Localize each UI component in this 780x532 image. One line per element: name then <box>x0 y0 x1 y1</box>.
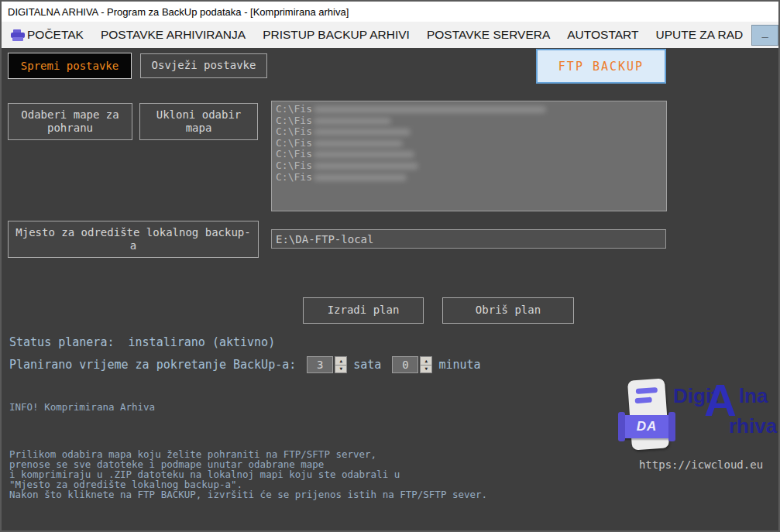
list-item[interactable]: C:\Fis <box>276 104 662 115</box>
redacted-path-blur <box>314 118 391 125</box>
schedule-label: Planirano vrijeme za pokretanje BackUp-a… <box>9 358 296 372</box>
document-text-line <box>635 397 652 404</box>
folder-list[interactable]: C:\Fis C:\Fis C:\Fis C:\Fis C:\Fis C:\Fi… <box>271 101 667 211</box>
app-icon-shape <box>12 37 23 41</box>
folder-path-prefix: C:\Fis <box>276 103 312 115</box>
folder-path-prefix: C:\Fis <box>276 160 312 171</box>
window-title: DIGITALNA ARHIVA - Program za BackUp pod… <box>8 6 349 18</box>
hours-unit-label: sata <box>353 358 381 372</box>
list-item[interactable]: C:\Fis <box>276 138 662 149</box>
chevron-down-icon: ▼ <box>425 366 428 371</box>
redacted-path-blur <box>314 163 418 170</box>
redacted-path-blur <box>314 174 407 181</box>
chevron-down-icon: ▼ <box>339 366 342 371</box>
chevron-up-icon: ▲ <box>425 359 428 363</box>
schedule-row: Planirano vrijeme za pokretanje BackUp-a… <box>9 356 481 373</box>
ftp-backup-label: FTP BACKUP <box>558 60 644 74</box>
info-title: INFO! Komprimirana Arhiva <box>9 401 155 413</box>
refresh-settings-label: Osvježi postavke <box>152 59 256 73</box>
folder-path-prefix: C:\Fis <box>276 148 312 160</box>
ribbon-badge: DA <box>619 415 675 438</box>
select-folders-label: Odaberi mape za pohranu <box>13 108 127 136</box>
create-plan-button[interactable]: Izradi plan <box>303 297 424 324</box>
minimize-icon: _ <box>762 26 768 39</box>
save-settings-button[interactable]: Spremi postavke <box>8 53 132 79</box>
delete-plan-label: Obriš plan <box>476 304 541 317</box>
info-line: Prilikom odabira mapa koju želite pohran… <box>9 449 487 459</box>
badge-text: DA <box>637 419 658 434</box>
chevron-up-icon: ▲ <box>339 359 342 363</box>
logo-art: DA Digit lna A rhiva <box>624 378 778 455</box>
window-controls: _ X <box>751 25 780 46</box>
menu-items: POČETAKPOSTAVKE ARHIVIRANJAPRISTUP BACKU… <box>19 24 751 46</box>
local-backup-destination-button[interactable]: Mjesto za odredište lokalnog backup-a <box>8 221 259 258</box>
list-item[interactable]: C:\Fis <box>276 160 662 172</box>
remove-folders-button[interactable]: Ukloni odabir mapa <box>139 103 258 140</box>
redacted-path-blur <box>314 106 546 113</box>
save-settings-label: Spremi postavke <box>21 60 119 72</box>
wordmark-part2: lna <box>739 384 768 408</box>
document-icon: DA <box>624 378 673 455</box>
menu-item[interactable]: AUTOSTART <box>558 24 647 46</box>
brand-logo: DA Digit lna A rhiva https://icwcloud.eu <box>624 378 778 471</box>
brand-url: https://icwcloud.eu <box>624 458 778 471</box>
create-plan-label: Izradi plan <box>328 304 400 317</box>
info-line: Nakon što kliknete na FTP BACKUP, izvrši… <box>9 489 487 499</box>
wordmark-line2: rhiva <box>729 414 777 438</box>
redacted-path-blur <box>314 140 403 147</box>
refresh-settings-button[interactable]: Osvježi postavke <box>140 53 267 78</box>
redacted-path-blur <box>314 129 411 136</box>
minutes-up-button[interactable]: ▲ <box>420 356 432 365</box>
menu-item[interactable]: POSTAVKE SERVERA <box>418 24 558 46</box>
redacted-path-blur <box>314 151 414 158</box>
menu-item[interactable]: UPUTE ZA RAD <box>647 24 751 46</box>
folder-path-prefix: C:\Fis <box>276 137 312 149</box>
list-item[interactable]: C:\Fis <box>276 115 662 127</box>
remove-folders-label: Ukloni odabir mapa <box>145 108 253 136</box>
menu-item[interactable]: PRISTUP BACKUP ARHIVI <box>254 24 418 46</box>
document-shape <box>627 378 669 450</box>
app-window: DIGITALNA ARHIVA - Program za BackUp pod… <box>0 0 780 532</box>
ftp-backup-button[interactable]: FTP BACKUP <box>536 49 666 84</box>
minutes-input[interactable] <box>392 356 418 373</box>
destination-path-input[interactable] <box>271 229 666 249</box>
local-backup-destination-label: Mjesto za odredište lokalnog backup-a <box>15 226 252 253</box>
title-bar: DIGITALNA ARHIVA - Program za BackUp pod… <box>2 2 778 22</box>
minutes-stepper: ▲ ▼ <box>420 356 432 373</box>
delete-plan-button[interactable]: Obriš plan <box>442 297 574 324</box>
minutes-down-button[interactable]: ▼ <box>420 365 432 374</box>
hours-down-button[interactable]: ▼ <box>335 365 347 374</box>
menu-item[interactable]: POČETAK <box>19 24 92 46</box>
info-paragraph: Prilikom odabira mapa koju želite pohran… <box>9 418 487 500</box>
list-item[interactable]: C:\Fis <box>276 172 662 184</box>
hours-up-button[interactable]: ▲ <box>335 356 347 365</box>
logo-wordmark: Digit lna A rhiva <box>673 378 777 452</box>
folder-path-prefix: C:\Fis <box>276 115 312 126</box>
folder-path-prefix: C:\Fis <box>276 171 312 183</box>
minimize-button[interactable]: _ <box>751 25 778 46</box>
document-text-line <box>636 387 658 394</box>
minutes-unit-label: minuta <box>438 358 480 372</box>
folder-path-prefix: C:\Fis <box>276 125 312 137</box>
main-content: Spremi postavke Osvježi postavke FTP BAC… <box>2 48 778 530</box>
list-item[interactable]: C:\Fis <box>276 149 662 160</box>
menu-bar: POČETAKPOSTAVKE ARHIVIRANJAPRISTUP BACKU… <box>2 22 778 48</box>
menu-item[interactable]: POSTAVKE ARHIVIRANJA <box>92 24 254 46</box>
scheduler-status-text: Status planera: instalirano (aktivno) <box>9 335 275 349</box>
select-folders-button[interactable]: Odaberi mape za pohranu <box>8 103 132 140</box>
hours-input[interactable] <box>307 356 333 373</box>
hours-stepper: ▲ ▼ <box>335 356 347 373</box>
list-item[interactable]: C:\Fis <box>276 126 662 138</box>
